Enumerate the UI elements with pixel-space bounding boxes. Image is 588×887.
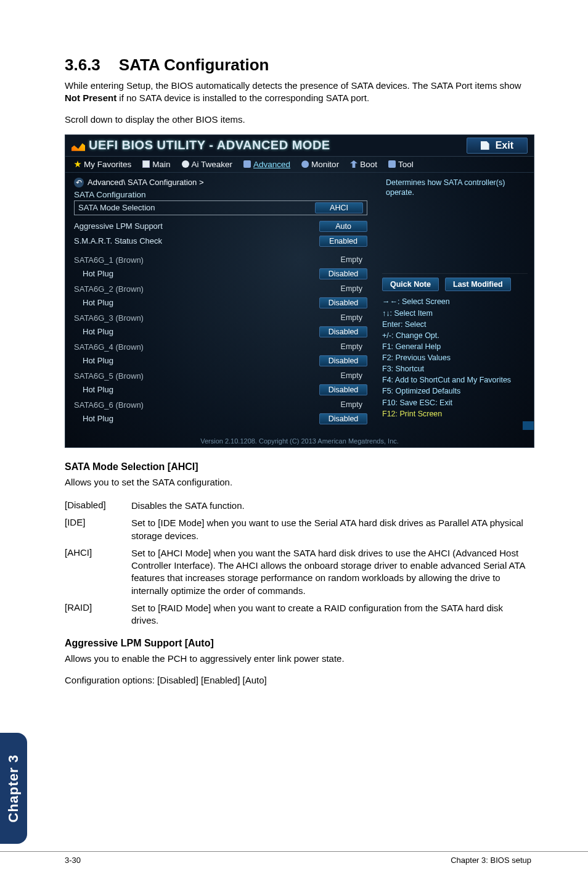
sata-mode-lead: Allows you to set the SATA configuration… (65, 476, 533, 489)
tab-boot-label: Boot (360, 160, 377, 169)
tab-tool[interactable]: Tool (388, 160, 414, 169)
key-save-exit: F10: Save ESC: Exit (382, 397, 528, 408)
row-sata-mode-selection[interactable]: SATA Mode Selection AHCI (74, 200, 367, 215)
option-term: [AHCI] (65, 545, 131, 600)
tab-boot[interactable]: Boot (350, 160, 377, 169)
tab-main[interactable]: Main (142, 160, 170, 169)
intro-not-present: Not Present (65, 93, 116, 103)
exit-button[interactable]: Exit (467, 138, 528, 154)
bios-version-footer: Version 2.10.1208. Copyright (C) 2013 Am… (65, 437, 534, 445)
tab-monitor-label: Monitor (311, 160, 339, 169)
port-hotplug-row[interactable]: Hot PlugDisabled (74, 353, 367, 368)
section-title-text: SATA Configuration (119, 56, 269, 74)
tab-my-favorites[interactable]: My Favorites (74, 160, 131, 169)
port-name: SATA6G_3 (Brown) (74, 313, 144, 323)
port-hotplug-row[interactable]: Hot PlugDisabled (74, 382, 367, 397)
exit-label: Exit (496, 140, 513, 151)
port-hotplug-row[interactable]: Hot PlugDisabled (74, 411, 367, 426)
key-previous-values: F2: Previous Values (382, 352, 528, 363)
hotplug-label: Hot Plug (83, 385, 113, 394)
port-hotplug-row[interactable]: Hot PlugDisabled (74, 295, 367, 310)
tab-tweaker-label: Ai Tweaker (192, 160, 233, 169)
breadcrumb-text: Advanced\ SATA Configuration > (88, 178, 204, 187)
port-state: Empty (341, 342, 362, 351)
port-row[interactable]: SATA6G_6 (Brown)Empty (74, 398, 367, 411)
hotplug-value[interactable]: Disabled (319, 326, 367, 337)
section-number: 3.6.3 (65, 56, 100, 74)
bios-title-text: UEFI BIOS UTILITY - ADVANCED MODE (89, 138, 330, 152)
page-number: 3-30 (65, 856, 81, 865)
port-hotplug-row[interactable]: Hot PlugDisabled (74, 266, 367, 281)
bios-left-pane: ↶ Advanced\ SATA Configuration > SATA Co… (65, 176, 374, 419)
option-desc: Set to [AHCI Mode] when you want the SAT… (131, 545, 533, 600)
quick-note-button[interactable]: Quick Note (382, 278, 439, 291)
smart-value[interactable]: Enabled (319, 236, 367, 247)
option-desc: Set to [RAID Mode] when you want to crea… (131, 600, 533, 630)
port-state: Empty (341, 400, 362, 409)
hotplug-label: Hot Plug (83, 298, 113, 307)
hotplug-value[interactable]: Disabled (319, 413, 367, 424)
hotplug-value[interactable]: Disabled (319, 355, 367, 366)
port-row[interactable]: SATA6G_5 (Brown)Empty (74, 369, 367, 382)
tab-advanced[interactable]: Advanced (243, 160, 290, 169)
port-name: SATA6G_5 (Brown) (74, 371, 144, 381)
bios-right-pane: Determines how SATA controller(s) operat… (382, 176, 534, 419)
option-term: [IDE] (65, 514, 131, 545)
tab-ai-tweaker[interactable]: Ai Tweaker (182, 160, 233, 169)
sata-mode-value[interactable]: AHCI (315, 202, 363, 213)
tab-fav-label: My Favorites (84, 160, 131, 169)
hotplug-label: Hot Plug (83, 356, 113, 365)
hotplug-label: Hot Plug (83, 327, 113, 336)
hotplug-label: Hot Plug (83, 269, 113, 278)
row-aggressive-lpm[interactable]: Aggressive LPM Support Auto (74, 219, 367, 234)
option-term: [RAID] (65, 600, 131, 630)
sata-mode-options: [Disabled]Disables the SATA function.[ID… (65, 497, 533, 629)
exit-icon (481, 141, 489, 150)
hotplug-value[interactable]: Disabled (319, 268, 367, 279)
list-icon (142, 160, 150, 168)
breadcrumb[interactable]: ↶ Advanced\ SATA Configuration > (74, 178, 367, 188)
key-select-item: ↑↓: Select Item (382, 308, 528, 319)
bios-screenshot: UEFI BIOS UTILITY - ADVANCED MODE Exit M… (65, 134, 534, 448)
last-modified-button[interactable]: Last Modified (445, 278, 511, 291)
hotplug-value[interactable]: Disabled (319, 384, 367, 395)
lpm-value[interactable]: Auto (319, 221, 367, 232)
port-name: SATA6G_6 (Brown) (74, 400, 144, 410)
option-term: [Disabled] (65, 497, 131, 514)
key-enter: Enter: Select (382, 319, 528, 330)
chapter-caption: Chapter 3: BIOS setup (451, 856, 531, 865)
port-name: SATA6G_1 (Brown) (74, 255, 144, 265)
back-icon[interactable]: ↶ (74, 178, 84, 188)
key-shortcut: F3: Shortcut (382, 363, 528, 374)
port-name: SATA6G_2 (Brown) (74, 284, 144, 294)
boot-icon (350, 160, 357, 168)
hotplug-value[interactable]: Disabled (319, 297, 367, 308)
chapter-tab-label: Chapter 3 (6, 754, 22, 822)
port-row[interactable]: SATA6G_4 (Brown)Empty (74, 340, 367, 353)
key-print-screen: F12: Print Screen (382, 408, 528, 419)
port-row[interactable]: SATA6G_3 (Brown)Empty (74, 311, 367, 324)
sata-mode-heading: SATA Mode Selection [AHCI] (65, 461, 533, 472)
lpm-p1: Allows you to enable the PCH to aggressi… (65, 653, 533, 665)
option-desc: Set to [IDE Mode] when you want to use t… (131, 514, 533, 545)
uefi-logo-icon (71, 140, 85, 151)
intro-paragraph-1: While entering Setup, the BIOS automatic… (65, 80, 533, 105)
bios-tabs: My Favorites Main Ai Tweaker Advanced Mo… (65, 157, 534, 173)
tab-advanced-label: Advanced (253, 160, 290, 169)
port-state: Empty (341, 255, 362, 264)
tweaker-icon (182, 160, 189, 168)
row-smart-status[interactable]: S.M.A.R.T. Status Check Enabled (74, 234, 367, 249)
scroll-indicator-icon[interactable] (523, 421, 534, 430)
port-state: Empty (341, 313, 362, 322)
advanced-icon (243, 160, 251, 168)
option-desc: Disables the SATA function. (131, 497, 533, 514)
tab-monitor[interactable]: Monitor (301, 160, 339, 169)
chapter-tab: Chapter 3 (0, 733, 27, 844)
key-add-shortcut: F4: Add to ShortCut and My Favorites (382, 374, 528, 386)
port-row[interactable]: SATA6G_2 (Brown)Empty (74, 283, 367, 295)
port-hotplug-row[interactable]: Hot PlugDisabled (74, 324, 367, 339)
port-row[interactable]: SATA6G_1 (Brown)Empty (74, 254, 367, 266)
port-state: Empty (341, 284, 362, 293)
sata-mode-label: SATA Mode Selection (78, 203, 155, 212)
star-icon (74, 160, 81, 168)
